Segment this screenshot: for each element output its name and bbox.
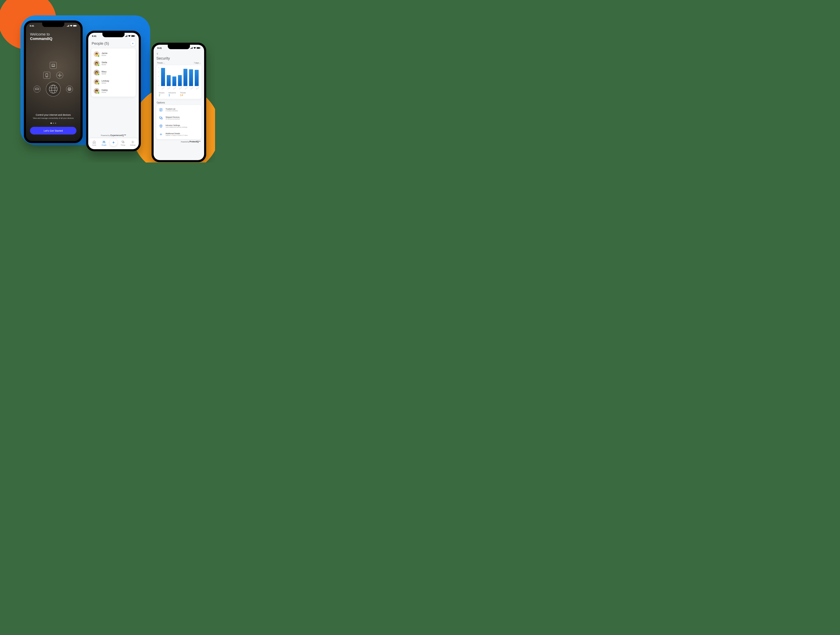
avatar: 👧 [94,88,99,94]
svg-rect-21 [122,141,123,142]
option-additional-details[interactable]: Additional DetailsUptime: 4 Days 8 Hours… [158,130,200,139]
svg-point-20 [104,141,105,142]
phone-notch [42,22,64,27]
phone-notch [103,33,125,37]
plus-icon [158,132,164,137]
stat-label: Threats [180,92,186,94]
pagination-dot-3[interactable] [55,123,56,124]
option-title: Trusted List [166,108,178,110]
nav-label: Home [92,144,96,146]
plus-icon: + [112,140,115,145]
stat-label: Viruses [159,92,164,94]
filter-range-dropdown[interactable]: 7 days ⌄ [194,62,201,64]
svg-rect-29 [161,118,163,119]
avatar: 👩 [94,70,99,76]
svg-point-10 [59,75,60,76]
person-status: Active [101,64,107,66]
plus-icon: + [132,42,134,46]
people-list: 👨 JamieActive 👩 StellaActive 👩 MaryActiv… [91,49,136,96]
stat-value-intrusions: 1 [169,94,176,97]
gear-icon [131,140,134,144]
option-title: Skipped Devices [166,116,180,118]
chevron-down-icon: ⌄ [163,62,165,64]
nav-label: Things [121,144,125,146]
option-title: Intrusion Settings [166,124,187,126]
person-row[interactable]: 👩 MaryActive [93,68,134,77]
avatar: 👧 [94,79,99,85]
devices-icon [158,115,164,120]
person-row[interactable]: 👨 JamieActive [93,49,134,59]
svg-point-7 [58,75,59,76]
chart-bar [167,75,171,86]
shield-icon [158,123,164,129]
svg-rect-25 [197,47,200,49]
option-intrusion-settings[interactable]: Intrusion SettingsView additional securi… [158,122,200,130]
person-name: Hailey [101,89,108,91]
phone-icon [43,72,50,79]
nav-settings[interactable]: Settings [129,140,137,146]
person-status: Active [101,54,107,56]
powered-by: Powered by ProtectIQ™ [156,139,201,145]
option-title: Additional Details [166,133,188,134]
phone-welcome: 9:41 Welcome to CommandIQ [24,21,83,143]
svg-point-30 [160,125,161,126]
chart-y-axis: 43210 [158,67,159,86]
printer-icon [66,86,73,93]
person-name: Mary [101,70,106,73]
options-heading: Options [157,101,201,104]
get-started-button[interactable]: Let's Get Started [30,127,76,134]
status-indicators [66,25,77,27]
back-button[interactable] [156,52,160,56]
powered-by: Powered by ExperienceIQ™ [91,134,136,137]
list-icon [158,107,164,112]
status-indicators [190,47,201,49]
welcome-tagline: Control your internet and devices [30,114,76,116]
svg-point-12 [52,85,55,93]
phone-people: 9:41 People (5) + 👨 JamieActive 👩 [86,31,141,151]
security-stats: Viruses2 Intrusions1 Threats14 [158,90,200,98]
status-indicators [125,35,135,37]
nav-home[interactable]: Home [90,140,98,146]
svg-rect-1 [73,25,76,27]
options-list: Trusted List4 trusted websites Skipped D… [156,105,201,139]
avatar: 👩 [94,60,99,66]
person-status: Active [101,73,106,75]
svg-point-19 [103,141,104,142]
nav-things[interactable]: Things [119,140,127,146]
person-row[interactable]: 👧 HaileyActive [93,86,134,96]
status-time: 9:41 [30,25,34,27]
status-time: 9:41 [157,47,162,49]
nav-label: Settings [130,144,136,146]
person-row[interactable]: 👧 LindsayActive [93,77,134,86]
gamepad-icon [34,86,41,93]
filter-threats-dropdown[interactable]: Threats ⌄ [157,62,165,64]
things-icon [122,140,125,144]
nav-add-button[interactable]: + [110,139,117,146]
chart-bar [189,69,193,86]
svg-rect-17 [131,35,134,37]
globe-icon [46,82,61,96]
option-trusted-list[interactable]: Trusted List4 trusted websites [158,106,200,114]
page-title: People (5) [92,41,109,46]
phone-notch [168,45,190,49]
avatar: 👨 [94,51,99,57]
pagination-dot-1[interactable] [51,123,52,124]
nav-label: People [101,144,106,146]
person-row[interactable]: 👩 StellaActive [93,59,134,68]
option-subtitle: View additional security settings [166,126,187,128]
pagination-dot-2[interactable] [53,123,54,124]
add-person-button[interactable]: + [130,41,135,46]
phone-security: 9:41 Security Threats ⌄ 7 days ⌄ 43210 2… [152,43,206,162]
page-title: Security [156,56,201,61]
svg-rect-3 [52,64,55,66]
app-name: CommandIQ [30,36,76,41]
chart-bar [195,70,199,86]
people-icon [102,140,106,144]
svg-rect-4 [46,74,48,77]
nav-people[interactable]: People [100,140,108,146]
welcome-subtagline: View and manage connectivity of all your… [30,117,76,120]
svg-point-8 [61,75,62,76]
option-subtitle: 4 trusted websites [166,110,178,112]
option-skipped-devices[interactable]: Skipped DevicesAll devices protected [158,114,200,122]
bottom-nav: Home People + Things Settings [88,138,139,149]
